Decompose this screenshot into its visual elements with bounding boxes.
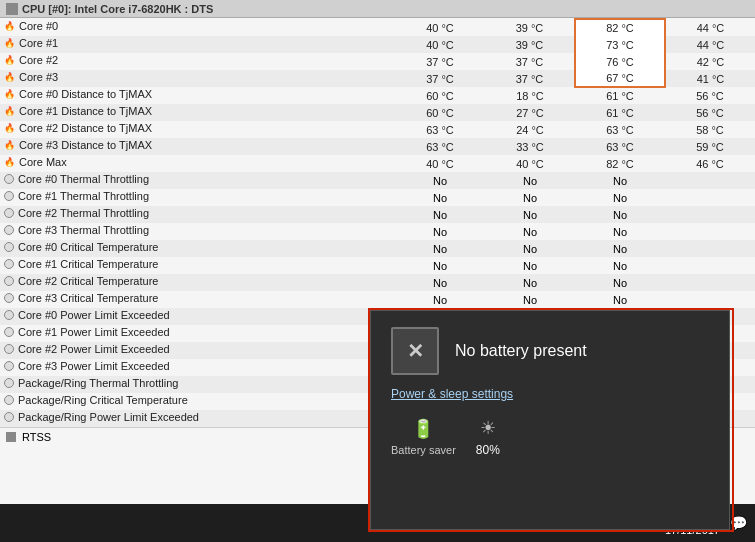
row-value-0: No <box>395 274 485 291</box>
table-row: 🔥Core #040 °C39 °C82 °C44 °C <box>0 19 755 36</box>
row-label: Package/Ring Critical Temperature <box>18 394 188 406</box>
table-row: 🔥Core #337 °C37 °C67 °C41 °C <box>0 70 755 87</box>
row-label: Core #3 Distance to TjMAX <box>19 139 152 151</box>
battery-saver-icon: 🔋 <box>412 418 434 440</box>
flame-icon: 🔥 <box>4 72 15 82</box>
row-label: Core #0 Distance to TjMAX <box>19 88 152 100</box>
row-label: Core #2 <box>19 54 58 66</box>
row-value-2: No <box>575 206 665 223</box>
row-label: Core #0 Power Limit Exceeded <box>18 309 170 321</box>
row-name-cell: Core #3 Critical Temperature <box>0 291 210 305</box>
status-circle-icon <box>4 412 14 422</box>
row-label: Core #3 Thermal Throttling <box>18 224 149 236</box>
row-value-0: 63 °C <box>395 138 485 155</box>
row-value-0: No <box>395 206 485 223</box>
row-value-2: No <box>575 291 665 308</box>
power-sleep-link[interactable]: Power & sleep settings <box>391 387 709 401</box>
status-circle-icon <box>4 276 14 286</box>
panel-title: CPU [#0]: Intel Core i7-6820HK : DTS <box>22 3 213 15</box>
row-value-1: 39 °C <box>485 36 575 53</box>
row-value-2: 67 °C <box>575 70 665 87</box>
row-value-1: No <box>485 240 575 257</box>
row-value-1: 33 °C <box>485 138 575 155</box>
row-value-2: 63 °C <box>575 138 665 155</box>
brightness-control: ☀ 80% <box>476 417 500 457</box>
row-name-cell: Core #1 Critical Temperature <box>0 257 210 271</box>
notification-icon[interactable]: 💬 <box>730 515 747 531</box>
battery-icon: ✕ <box>391 327 439 375</box>
row-value-1: No <box>485 172 575 189</box>
row-label: Core Max <box>19 156 67 168</box>
row-value-1: 37 °C <box>485 53 575 70</box>
row-value-1: 27 °C <box>485 104 575 121</box>
status-circle-icon <box>4 361 14 371</box>
status-circle-icon <box>4 293 14 303</box>
table-row: Core #2 Critical TemperatureNoNoNo <box>0 274 755 291</box>
row-value-3: 56 °C <box>665 87 755 104</box>
row-label: Core #0 <box>19 20 58 32</box>
row-value-2: 82 °C <box>575 19 665 36</box>
table-row: Core #0 Critical TemperatureNoNoNo <box>0 240 755 257</box>
row-name-cell: 🔥Core #2 <box>0 53 210 67</box>
row-value-0: No <box>395 189 485 206</box>
row-name-cell: 🔥Core #1 <box>0 36 210 50</box>
status-circle-icon <box>4 327 14 337</box>
row-name-cell: 🔥Core #0 <box>0 19 210 33</box>
row-name-cell: Package/Ring Power Limit Exceeded <box>0 410 210 424</box>
row-label: Package/Ring Power Limit Exceeded <box>18 411 199 423</box>
row-value-0: 63 °C <box>395 121 485 138</box>
status-circle-icon <box>4 208 14 218</box>
flame-icon: 🔥 <box>4 21 15 31</box>
status-circle-icon <box>4 191 14 201</box>
row-label: Core #2 Critical Temperature <box>18 275 158 287</box>
row-value-3: 58 °C <box>665 121 755 138</box>
status-circle-icon <box>4 310 14 320</box>
table-row: Core #0 Thermal ThrottlingNoNoNo <box>0 172 755 189</box>
table-row: 🔥Core #2 Distance to TjMAX63 °C24 °C63 °… <box>0 121 755 138</box>
row-name-cell: 🔥Core #3 Distance to TjMAX <box>0 138 210 152</box>
row-name-cell: Core #3 Thermal Throttling <box>0 223 210 237</box>
row-value-0: 60 °C <box>395 104 485 121</box>
brightness-value: 80% <box>476 443 500 457</box>
row-value-1: 24 °C <box>485 121 575 138</box>
status-circle-icon <box>4 395 14 405</box>
rtss-icon <box>6 432 16 442</box>
flame-icon: 🔥 <box>4 55 15 65</box>
flame-icon: 🔥 <box>4 38 15 48</box>
row-name-cell: Package/Ring Thermal Throttling <box>0 376 210 390</box>
table-row: Core #3 Critical TemperatureNoNoNo <box>0 291 755 308</box>
flame-icon: 🔥 <box>4 106 15 116</box>
battery-saver-control: 🔋 Battery saver <box>391 418 456 456</box>
row-value-2: 61 °C <box>575 104 665 121</box>
table-row: Core #2 Thermal ThrottlingNoNoNo <box>0 206 755 223</box>
row-label: Core #1 Distance to TjMAX <box>19 105 152 117</box>
row-value-3 <box>665 257 755 274</box>
row-value-3 <box>665 291 755 308</box>
row-value-2: No <box>575 172 665 189</box>
row-label: Core #1 <box>19 37 58 49</box>
row-value-3: 42 °C <box>665 53 755 70</box>
row-name-cell: Core #0 Thermal Throttling <box>0 172 210 186</box>
row-value-0: 37 °C <box>395 70 485 87</box>
row-name-cell: 🔥Core #1 Distance to TjMAX <box>0 104 210 118</box>
flame-icon: 🔥 <box>4 123 15 133</box>
row-value-3 <box>665 240 755 257</box>
row-value-1: 37 °C <box>485 70 575 87</box>
row-value-1: 39 °C <box>485 19 575 36</box>
row-value-0: No <box>395 240 485 257</box>
table-row: 🔥Core #237 °C37 °C76 °C42 °C <box>0 53 755 70</box>
row-value-3: 56 °C <box>665 104 755 121</box>
row-value-0: 40 °C <box>395 19 485 36</box>
row-value-3: 59 °C <box>665 138 755 155</box>
row-name-cell: Package/Ring Critical Temperature <box>0 393 210 407</box>
status-circle-icon <box>4 225 14 235</box>
row-value-1: No <box>485 206 575 223</box>
row-label: Core #0 Critical Temperature <box>18 241 158 253</box>
row-value-0: No <box>395 257 485 274</box>
row-label: Core #1 Thermal Throttling <box>18 190 149 202</box>
row-value-0: 37 °C <box>395 53 485 70</box>
table-row: Core #3 Thermal ThrottlingNoNoNo <box>0 223 755 240</box>
table-row: 🔥Core Max40 °C40 °C82 °C46 °C <box>0 155 755 172</box>
row-name-cell: Core #2 Thermal Throttling <box>0 206 210 220</box>
row-label: Core #2 Thermal Throttling <box>18 207 149 219</box>
